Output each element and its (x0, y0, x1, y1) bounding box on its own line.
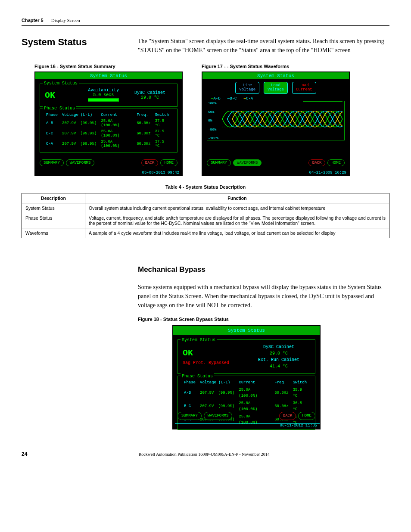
col-phase: Phase (44, 112, 59, 118)
summary-button[interactable]: SUMMARY (207, 159, 231, 166)
publication-info: Rockwell Automation Publication 1608P-UM… (139, 452, 270, 457)
table-row: System StatusOverall system status inclu… (22, 203, 389, 213)
screen-title: System Status (202, 72, 349, 79)
summary-button[interactable]: SUMMARY (40, 159, 64, 166)
section-intro: The "System Status" screen displays the … (138, 37, 389, 55)
table-row: Phase StatusVoltage, current, frequency,… (22, 213, 389, 228)
cabinet-label: DySC Cabinet (134, 90, 165, 95)
col-switch: Switch (153, 112, 173, 118)
line-voltage-tab[interactable]: LineVoltage (235, 82, 259, 94)
section-title: System Status (22, 37, 125, 48)
availability-label: Availability (88, 88, 119, 93)
home-button[interactable]: HOME (298, 412, 315, 420)
col-description: Description (22, 193, 85, 203)
load-current-tab[interactable]: LoadCurrent (292, 82, 316, 94)
waveforms-button[interactable]: WAVEFORMS (204, 412, 233, 420)
figure18-screen: System Status System Status OK Sag Prot.… (172, 325, 321, 429)
bypass-text: Some systems equipped with a mechanical … (138, 283, 389, 310)
table-row: WaveformsA sample of a 4 cycle waveform … (22, 228, 389, 238)
phase-status-legend: Phase Status (181, 373, 214, 380)
screen-timestamp: 06-11-2012 11:35 (280, 423, 317, 429)
screen-title: System Status (173, 326, 320, 335)
waveforms-button[interactable]: WAVEFORMS (233, 159, 262, 166)
phase-status-legend: Phase Status (43, 106, 76, 111)
load-voltage-tab[interactable]: LoadVoltage (264, 82, 288, 94)
phase-row: C-A207.9V(99.9%)25.0A (100.0%)60.0Hz37.5… (44, 139, 173, 149)
col-freq: Freq. (135, 112, 152, 118)
col-current: Current (99, 112, 134, 118)
screen-timestamp: 04-21-2009 16:29 (309, 171, 346, 175)
col-voltage: Voltage (L-L) (60, 112, 98, 118)
ext-cabinet-temp: 41.4 °C (270, 364, 288, 369)
table4-caption: Table 4 - System Status Description (22, 184, 389, 190)
home-button[interactable]: HOME (160, 159, 177, 166)
sag-bypassed: Sag Prot. Bypassed (183, 361, 229, 365)
chart-label: Line Voltage (L-L) (303, 101, 342, 102)
cabinet-temp: 29.0 °C (141, 95, 159, 100)
system-status-legend: System Status (43, 81, 79, 86)
back-button[interactable]: BACK (279, 412, 296, 420)
phase-row: A-B207.9V(99.9%)25.0A (100.0%)60.0Hz35.9… (182, 387, 311, 399)
screen-title: System Status (35, 72, 182, 79)
chapter-number: Chapter 5 (22, 18, 44, 23)
phase-row: B-C207.9V(99.9%)25.0A (100.0%)60.0Hz37.5… (44, 129, 173, 138)
availability-value: 5.0 secs (93, 93, 114, 97)
back-button[interactable]: BACK (141, 159, 159, 166)
waveform-chart: Line Voltage (L-L) 100%50%0%-50%-100% (207, 101, 345, 140)
bypass-title: Mechanical Bypass (138, 264, 389, 275)
page-number: 24 (22, 451, 27, 457)
figure16-screen: System Status System Status OK Availabil… (34, 72, 183, 176)
chapter-title: Display Screen (51, 18, 80, 23)
legend-ca: C-A (246, 96, 253, 101)
system-status-legend: System Status (181, 337, 217, 343)
status-ok: OK (183, 348, 193, 358)
legend-bc: B-C (230, 96, 237, 101)
screen-timestamp: 05-08-2013 09:42 (142, 171, 179, 175)
status-ok: OK (45, 90, 55, 100)
phase-row: A-B207.9V(99.9%)25.0A (100.0%)60.0Hz37.5… (44, 118, 173, 128)
figure16-caption: Figure 16 - System Status Summary (34, 64, 184, 69)
summary-button[interactable]: SUMMARY (177, 412, 202, 420)
waveforms-button[interactable]: WAVEFORMS (66, 159, 95, 166)
back-button[interactable]: BACK (308, 159, 326, 166)
home-button[interactable]: HOME (327, 159, 345, 166)
cabinet-label: DySC Cabinet (263, 345, 294, 349)
figure17-screen: System Status LineVoltage LoadVoltage Lo… (202, 72, 350, 176)
col-function: Function (85, 193, 389, 203)
cabinet-temp: 29.0 °C (270, 351, 288, 356)
chapter-header: Chapter 5 Display Screen (22, 17, 389, 26)
figure17-caption: Figure 17 - - System Status Waveforms (202, 64, 352, 69)
ext-cabinet-label: Ext. Run Cabinet (258, 358, 299, 362)
legend-ab: A-B (213, 96, 220, 101)
table4: DescriptionFunction System StatusOverall… (22, 193, 389, 238)
figure18-caption: Figure 18 - Status Screen Bypass Status (138, 316, 389, 323)
